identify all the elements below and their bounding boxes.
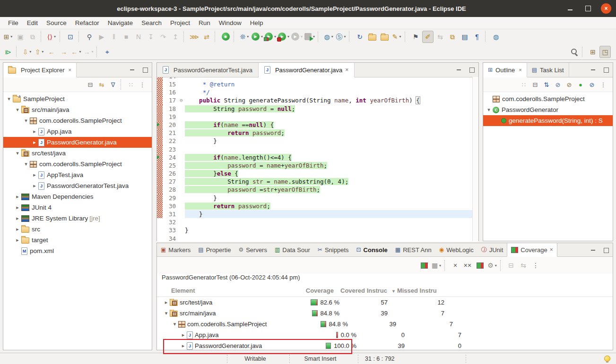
minimize-view-icon[interactable]: [589, 66, 597, 74]
hide-fields-icon[interactable]: ⊘: [553, 79, 563, 90]
hide-static-icon[interactable]: ⊘: [564, 79, 574, 90]
search-icon[interactable]: [568, 46, 580, 58]
tree-item-maven-dependencies[interactable]: ▸Maven Dependencies: [3, 191, 152, 202]
external-tools-icon[interactable]: ⧐: [2, 46, 14, 58]
dropdown-arrow-icon[interactable]: ▾: [287, 34, 289, 39]
overview-ruler[interactable]: [472, 77, 478, 241]
open-declaration-icon[interactable]: ⧉: [447, 31, 458, 43]
tab-outline[interactable]: ⊞Outline×: [483, 63, 527, 77]
expand-arrow-icon[interactable]: ▸: [31, 172, 38, 178]
dropdown-arrow-icon[interactable]: ▾: [344, 34, 346, 39]
maximize-view-icon[interactable]: [468, 66, 476, 74]
expand-arrow-icon[interactable]: ▸: [180, 332, 187, 338]
expand-arrow-icon[interactable]: ▸: [14, 215, 21, 221]
show-public-icon[interactable]: ●: [575, 79, 586, 90]
suspend-icon[interactable]: ‖: [108, 31, 120, 43]
run-config-filter-icon[interactable]: ⇄: [201, 31, 212, 43]
mark-occurrences-icon[interactable]: ✐: [422, 31, 434, 43]
coverage-row-src-test-java[interactable]: ▸src/test/java82.6 %5712: [157, 297, 613, 308]
menu-edit[interactable]: Edit: [23, 17, 42, 29]
tab-weblogic[interactable]: ◉WebLogic: [435, 243, 477, 256]
pin-editor-icon[interactable]: ⌖: [102, 46, 113, 58]
close-button[interactable]: ×: [601, 3, 611, 14]
merge-sessions-icon[interactable]: [474, 259, 486, 271]
fold-marker-icon[interactable]: ⊖: [178, 96, 185, 104]
minimize-view-icon[interactable]: [589, 246, 597, 254]
expand-arrow-icon[interactable]: ▾: [22, 118, 30, 124]
expand-arrow-icon[interactable]: ▸: [14, 226, 21, 232]
dropdown-arrow-icon[interactable]: ▾: [247, 34, 249, 39]
previous-annotation-icon[interactable]: ⇧▾: [34, 46, 45, 58]
expand-arrow-icon[interactable]: ▸: [31, 128, 38, 135]
expand-arrow-icon[interactable]: ▸: [163, 299, 170, 305]
column-header-coverage[interactable]: Coverage: [299, 287, 336, 294]
tree-item-src[interactable]: ▸src: [3, 224, 152, 235]
menu-run[interactable]: Run: [194, 17, 215, 29]
link-with-editor-icon[interactable]: ⇆: [96, 79, 107, 90]
menu-window[interactable]: Window: [215, 17, 246, 29]
code-text[interactable]: return password;: [185, 202, 478, 210]
code-text[interactable]: String password = null;: [185, 105, 478, 113]
back-icon[interactable]: ←▾: [70, 46, 82, 58]
code-text[interactable]: * @return: [185, 80, 478, 88]
remove-session-icon[interactable]: ×: [450, 259, 461, 271]
step-return-icon[interactable]: ↥: [170, 31, 181, 43]
run-error-icon[interactable]: ▶▾: [278, 31, 290, 43]
annotate-icon[interactable]: ✎▾: [391, 31, 402, 43]
dropdown-arrow-icon[interactable]: ▾: [91, 50, 93, 54]
tab-markers[interactable]: ▣Markers: [157, 243, 194, 256]
coverage-icon[interactable]: ▶▾: [264, 31, 277, 43]
select-session-icon[interactable]: ⚙▾: [486, 259, 498, 271]
collapse-all-icon[interactable]: ⊟: [530, 79, 540, 90]
tree-item-passwordgeneratortest-java[interactable]: ▸JPasswordGeneratorTest.java: [3, 180, 152, 191]
tree-item-com-coderolls-sampleproject[interactable]: ▾com.coderolls.SampleProject: [3, 115, 152, 126]
minimize-view-icon[interactable]: [128, 66, 136, 74]
dropdown-arrow-icon[interactable]: ▾: [301, 34, 303, 39]
tree-item-jre-system-library[interactable]: ▸JRE System Library[jre]: [3, 213, 152, 224]
column-header-missed-instructions[interactable]: ▼Missed Instru: [389, 287, 444, 294]
layout-icon[interactable]: ▦▾: [431, 259, 442, 271]
filter-icon[interactable]: ∇: [108, 79, 118, 90]
code-text[interactable]: }: [185, 137, 478, 145]
tab-propertie[interactable]: ▤Propertie: [194, 243, 234, 256]
close-icon[interactable]: ×: [68, 67, 71, 73]
expand-arrow-icon[interactable]: ▾: [171, 321, 178, 327]
hide-local-types-icon[interactable]: ⊘: [587, 79, 597, 90]
tab-coverage[interactable]: Coverage×: [507, 243, 557, 257]
view-menu-icon[interactable]: ⋮: [598, 79, 608, 90]
expand-arrow-icon[interactable]: ▸: [180, 343, 187, 349]
column-header-covered-instructions[interactable]: Covered Instruc: [336, 287, 389, 294]
editor-tab-passwordgenerator-java[interactable]: JPasswordGenerator.java×: [259, 63, 355, 77]
sort-icon[interactable]: ⇅: [541, 79, 552, 90]
maximize-view-icon[interactable]: [602, 246, 610, 254]
tab-project-explorer[interactable]: Project Explorer ×: [3, 63, 77, 77]
dropdown-arrow-icon[interactable]: ▾: [79, 50, 81, 54]
code-text[interactable]: String str = name.substring(0, 4);: [185, 178, 478, 186]
menu-search[interactable]: Search: [137, 17, 166, 29]
web-browser-icon[interactable]: ◍: [490, 31, 502, 43]
terminate-icon[interactable]: ■: [121, 31, 132, 43]
tree-item-apptest-java[interactable]: ▸JAppTest.java: [3, 169, 152, 180]
show-whitespace-icon[interactable]: ¶: [471, 31, 483, 43]
dropdown-arrow-icon[interactable]: ▾: [495, 263, 497, 268]
maximize-button[interactable]: [583, 3, 593, 14]
code-text[interactable]: if(name ==null) {: [185, 121, 478, 129]
dropdown-arrow-icon[interactable]: ▾: [29, 50, 31, 54]
menu-navigate[interactable]: Navigate: [104, 17, 137, 29]
debug-icon[interactable]: ❊▾: [239, 31, 250, 43]
coverage-row-passwordgenerator-java[interactable]: ▸JPasswordGenerator.java100.0 %390: [157, 340, 613, 351]
next-annotation-icon[interactable]: ⇩▾: [21, 46, 33, 58]
expand-arrow-icon[interactable]: ▾: [14, 107, 21, 113]
remove-all-sessions-icon[interactable]: ××: [462, 259, 473, 271]
dropdown-arrow-icon[interactable]: ▾: [439, 263, 441, 268]
minimize-button[interactable]: [565, 3, 575, 14]
coverage-launch-icon[interactable]: [418, 259, 430, 271]
open-type-icon[interactable]: [366, 31, 378, 43]
expand-arrow-icon[interactable]: ▸: [14, 237, 21, 243]
menu-file[interactable]: File: [4, 17, 23, 29]
tree-item-generatepassword-string-int-s[interactable]: generatePassword(String, int) : S: [483, 115, 613, 126]
code-text[interactable]: public String generatePassword(String na…: [185, 96, 478, 104]
expand-arrow-icon[interactable]: ▸: [14, 204, 21, 211]
coverage-row-com-coderolls-sampleproject[interactable]: ▾com.coderolls.SampleProject84.8 %397: [157, 319, 613, 330]
last-edit-back-icon[interactable]: ←: [46, 46, 57, 58]
